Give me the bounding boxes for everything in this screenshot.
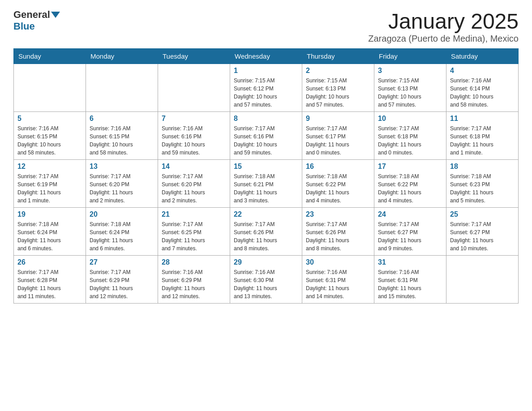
day-cell: 5Sunrise: 7:16 AMSunset: 6:15 PMDaylight… <box>14 112 86 160</box>
day-info: Sunrise: 7:18 AMSunset: 6:23 PMDaylight:… <box>450 172 515 205</box>
week-row-2: 5Sunrise: 7:16 AMSunset: 6:15 PMDaylight… <box>14 112 519 160</box>
day-number: 29 <box>234 258 298 266</box>
header-tuesday: Tuesday <box>158 49 230 64</box>
day-cell: 26Sunrise: 7:17 AMSunset: 6:28 PMDayligh… <box>14 256 86 304</box>
page-header: General Blue January 2025 Zaragoza (Puer… <box>13 9 519 44</box>
week-row-5: 26Sunrise: 7:17 AMSunset: 6:28 PMDayligh… <box>14 256 519 304</box>
day-info: Sunrise: 7:18 AMSunset: 6:24 PMDaylight:… <box>90 220 154 253</box>
week-row-4: 19Sunrise: 7:18 AMSunset: 6:24 PMDayligh… <box>14 208 519 256</box>
day-info: Sunrise: 7:17 AMSunset: 6:27 PMDaylight:… <box>450 220 515 253</box>
day-cell: 19Sunrise: 7:18 AMSunset: 6:24 PMDayligh… <box>14 208 86 256</box>
day-number: 2 <box>306 67 370 75</box>
day-info: Sunrise: 7:18 AMSunset: 6:21 PMDaylight:… <box>234 172 298 205</box>
day-cell <box>86 64 158 112</box>
header-wednesday: Wednesday <box>230 49 302 64</box>
day-number: 13 <box>90 163 154 171</box>
day-cell: 24Sunrise: 7:17 AMSunset: 6:27 PMDayligh… <box>374 208 446 256</box>
day-info: Sunrise: 7:16 AMSunset: 6:15 PMDaylight:… <box>17 124 82 157</box>
day-cell: 22Sunrise: 7:17 AMSunset: 6:26 PMDayligh… <box>230 208 302 256</box>
day-cell: 7Sunrise: 7:16 AMSunset: 6:16 PMDaylight… <box>158 112 230 160</box>
day-number: 27 <box>90 258 154 266</box>
day-cell: 17Sunrise: 7:18 AMSunset: 6:22 PMDayligh… <box>374 160 446 208</box>
day-cell: 31Sunrise: 7:16 AMSunset: 6:31 PMDayligh… <box>374 256 446 304</box>
day-cell: 23Sunrise: 7:17 AMSunset: 6:26 PMDayligh… <box>302 208 374 256</box>
day-info: Sunrise: 7:16 AMSunset: 6:16 PMDaylight:… <box>162 124 226 157</box>
day-number: 9 <box>306 115 370 123</box>
day-number: 10 <box>378 115 442 123</box>
header-saturday: Saturday <box>446 49 519 64</box>
week-row-3: 12Sunrise: 7:17 AMSunset: 6:19 PMDayligh… <box>14 160 519 208</box>
calendar-subtitle: Zaragoza (Puerto de Medina), Mexico <box>368 34 519 44</box>
day-info: Sunrise: 7:17 AMSunset: 6:16 PMDaylight:… <box>234 124 298 157</box>
day-number: 16 <box>306 163 370 171</box>
day-info: Sunrise: 7:17 AMSunset: 6:28 PMDaylight:… <box>17 268 82 300</box>
day-info: Sunrise: 7:17 AMSunset: 6:26 PMDaylight:… <box>306 220 370 253</box>
day-info: Sunrise: 7:15 AMSunset: 6:13 PMDaylight:… <box>306 77 370 109</box>
day-number: 18 <box>450 163 515 171</box>
day-number: 17 <box>378 163 442 171</box>
day-number: 19 <box>17 210 82 218</box>
day-info: Sunrise: 7:18 AMSunset: 6:22 PMDaylight:… <box>378 172 442 205</box>
week-row-1: 1Sunrise: 7:15 AMSunset: 6:12 PMDaylight… <box>14 64 519 112</box>
day-number: 14 <box>162 163 226 171</box>
day-info: Sunrise: 7:16 AMSunset: 6:14 PMDaylight:… <box>450 77 515 109</box>
header-sunday: Sunday <box>14 49 86 64</box>
logo: General Blue <box>13 9 61 32</box>
day-cell: 3Sunrise: 7:15 AMSunset: 6:13 PMDaylight… <box>374 64 446 112</box>
day-number: 28 <box>162 258 226 266</box>
day-info: Sunrise: 7:17 AMSunset: 6:29 PMDaylight:… <box>90 268 154 300</box>
day-info: Sunrise: 7:15 AMSunset: 6:13 PMDaylight:… <box>378 77 442 109</box>
day-number: 22 <box>234 210 298 218</box>
day-number: 4 <box>450 67 515 75</box>
day-number: 5 <box>17 115 82 123</box>
day-cell: 12Sunrise: 7:17 AMSunset: 6:19 PMDayligh… <box>14 160 86 208</box>
day-cell: 14Sunrise: 7:17 AMSunset: 6:20 PMDayligh… <box>158 160 230 208</box>
day-number: 21 <box>162 210 226 218</box>
header-monday: Monday <box>86 49 158 64</box>
day-number: 15 <box>234 163 298 171</box>
day-cell: 9Sunrise: 7:17 AMSunset: 6:17 PMDaylight… <box>302 112 374 160</box>
day-number: 3 <box>378 67 442 75</box>
day-info: Sunrise: 7:18 AMSunset: 6:24 PMDaylight:… <box>17 220 82 253</box>
day-info: Sunrise: 7:16 AMSunset: 6:30 PMDaylight:… <box>234 268 298 300</box>
day-info: Sunrise: 7:15 AMSunset: 6:12 PMDaylight:… <box>234 77 298 109</box>
day-number: 25 <box>450 210 515 218</box>
day-number: 11 <box>450 115 515 123</box>
day-cell: 20Sunrise: 7:18 AMSunset: 6:24 PMDayligh… <box>86 208 158 256</box>
day-number: 12 <box>17 163 82 171</box>
day-info: Sunrise: 7:17 AMSunset: 6:20 PMDaylight:… <box>90 172 154 205</box>
day-cell: 2Sunrise: 7:15 AMSunset: 6:13 PMDaylight… <box>302 64 374 112</box>
day-info: Sunrise: 7:18 AMSunset: 6:22 PMDaylight:… <box>306 172 370 205</box>
day-cell <box>446 256 519 304</box>
day-number: 1 <box>234 67 298 75</box>
day-number: 8 <box>234 115 298 123</box>
day-cell: 25Sunrise: 7:17 AMSunset: 6:27 PMDayligh… <box>446 208 519 256</box>
day-info: Sunrise: 7:16 AMSunset: 6:31 PMDaylight:… <box>306 268 370 300</box>
day-cell: 27Sunrise: 7:17 AMSunset: 6:29 PMDayligh… <box>86 256 158 304</box>
day-cell: 13Sunrise: 7:17 AMSunset: 6:20 PMDayligh… <box>86 160 158 208</box>
header-thursday: Thursday <box>302 49 374 64</box>
day-cell: 6Sunrise: 7:16 AMSunset: 6:15 PMDaylight… <box>86 112 158 160</box>
day-cell <box>158 64 230 112</box>
day-cell: 21Sunrise: 7:17 AMSunset: 6:25 PMDayligh… <box>158 208 230 256</box>
weekday-header-row: Sunday Monday Tuesday Wednesday Thursday… <box>14 49 519 64</box>
logo-general-text: General <box>13 9 50 21</box>
day-cell: 16Sunrise: 7:18 AMSunset: 6:22 PMDayligh… <box>302 160 374 208</box>
day-cell: 29Sunrise: 7:16 AMSunset: 6:30 PMDayligh… <box>230 256 302 304</box>
day-info: Sunrise: 7:17 AMSunset: 6:27 PMDaylight:… <box>378 220 442 253</box>
day-info: Sunrise: 7:17 AMSunset: 6:20 PMDaylight:… <box>162 172 226 205</box>
day-info: Sunrise: 7:17 AMSunset: 6:18 PMDaylight:… <box>378 124 442 157</box>
day-number: 26 <box>17 258 82 266</box>
day-number: 23 <box>306 210 370 218</box>
title-block: January 2025 Zaragoza (Puerto de Medina)… <box>368 9 519 44</box>
day-info: Sunrise: 7:17 AMSunset: 6:18 PMDaylight:… <box>450 124 515 157</box>
day-number: 6 <box>90 115 154 123</box>
calendar-title: January 2025 <box>368 9 519 34</box>
day-cell: 4Sunrise: 7:16 AMSunset: 6:14 PMDaylight… <box>446 64 519 112</box>
day-info: Sunrise: 7:17 AMSunset: 6:17 PMDaylight:… <box>306 124 370 157</box>
day-info: Sunrise: 7:17 AMSunset: 6:19 PMDaylight:… <box>17 172 82 205</box>
day-cell: 28Sunrise: 7:16 AMSunset: 6:29 PMDayligh… <box>158 256 230 304</box>
header-friday: Friday <box>374 49 446 64</box>
day-cell: 11Sunrise: 7:17 AMSunset: 6:18 PMDayligh… <box>446 112 519 160</box>
day-cell: 1Sunrise: 7:15 AMSunset: 6:12 PMDaylight… <box>230 64 302 112</box>
